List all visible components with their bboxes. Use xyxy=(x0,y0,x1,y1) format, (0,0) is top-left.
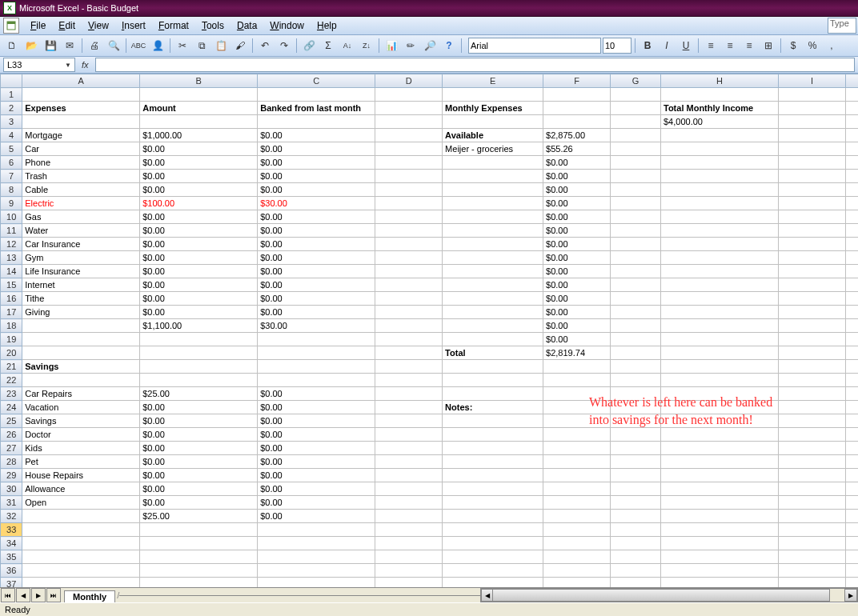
row-header-22[interactable]: 22 xyxy=(1,374,22,387)
cell-B30[interactable]: $0.00 xyxy=(140,482,258,496)
row-header-11[interactable]: 11 xyxy=(1,224,22,238)
cell-F15[interactable]: $0.00 xyxy=(543,278,611,292)
cell-G24[interactable] xyxy=(611,401,661,414)
cell-D25[interactable] xyxy=(375,414,443,428)
cell-J22[interactable] xyxy=(845,374,858,387)
cell-H17[interactable] xyxy=(661,306,779,319)
row-header-27[interactable]: 27 xyxy=(1,442,22,455)
row-header-14[interactable]: 14 xyxy=(1,265,22,278)
cell-J1[interactable] xyxy=(845,88,858,102)
cell-J4[interactable] xyxy=(845,129,858,142)
cell-C3[interactable] xyxy=(258,115,375,129)
cell-J36[interactable] xyxy=(845,564,858,578)
cell-A27[interactable]: Kids xyxy=(22,442,140,455)
cell-C6[interactable]: $0.00 xyxy=(258,156,375,170)
cell-B29[interactable]: $0.00 xyxy=(140,469,258,482)
cell-B20[interactable] xyxy=(140,346,258,360)
cell-B9[interactable]: $100.00 xyxy=(140,197,258,210)
col-header-B[interactable]: B xyxy=(140,74,258,88)
cell-C26[interactable]: $0.00 xyxy=(258,428,375,442)
cell-J12[interactable] xyxy=(845,238,858,251)
cell-J20[interactable] xyxy=(845,346,858,360)
cell-H21[interactable] xyxy=(661,360,779,374)
col-header-F[interactable]: F xyxy=(543,74,611,88)
cell-B28[interactable]: $0.00 xyxy=(140,455,258,469)
col-header-J[interactable]: J xyxy=(845,74,858,88)
cell-F30[interactable] xyxy=(543,482,611,496)
cell-E37[interactable] xyxy=(443,578,543,588)
cell-G9[interactable] xyxy=(611,197,661,210)
cell-I14[interactable] xyxy=(778,265,845,278)
file-icon[interactable] xyxy=(3,18,19,34)
name-box[interactable]: L33 ▼ xyxy=(3,58,75,72)
cell-H32[interactable] xyxy=(661,510,779,523)
cell-G32[interactable] xyxy=(611,510,661,523)
cell-E24[interactable]: Notes: xyxy=(443,401,543,414)
cell-A37[interactable] xyxy=(22,578,140,588)
cell-C31[interactable]: $0.00 xyxy=(258,496,375,510)
cell-F16[interactable]: $0.00 xyxy=(543,292,611,306)
currency-button[interactable]: $ xyxy=(784,37,802,54)
row-header-19[interactable]: 19 xyxy=(1,333,22,346)
cell-B12[interactable]: $0.00 xyxy=(140,238,258,251)
row-header-8[interactable]: 8 xyxy=(1,183,22,197)
chart-button[interactable]: 📊 xyxy=(383,37,400,54)
menu-edit[interactable]: Edit xyxy=(52,18,82,33)
cell-J23[interactable] xyxy=(845,387,858,401)
cell-H19[interactable] xyxy=(661,333,779,346)
cell-C14[interactable]: $0.00 xyxy=(258,265,375,278)
cell-E8[interactable] xyxy=(443,183,543,197)
cell-I30[interactable] xyxy=(778,482,845,496)
cell-A22[interactable] xyxy=(22,374,140,387)
cell-D21[interactable] xyxy=(375,360,443,374)
cell-F27[interactable] xyxy=(543,442,611,455)
cell-F3[interactable] xyxy=(543,115,611,129)
percent-button[interactable]: % xyxy=(804,37,821,54)
bold-button[interactable]: B xyxy=(639,37,656,54)
cell-I20[interactable] xyxy=(778,346,845,360)
cell-H3[interactable]: $4,000.00 xyxy=(661,115,779,129)
cell-H16[interactable] xyxy=(661,292,779,306)
cell-G3[interactable] xyxy=(611,115,661,129)
cell-J32[interactable] xyxy=(845,510,858,523)
cell-E11[interactable] xyxy=(443,224,543,238)
cell-F10[interactable]: $0.00 xyxy=(543,210,611,224)
cell-A20[interactable] xyxy=(22,346,140,360)
row-header-36[interactable]: 36 xyxy=(1,564,22,578)
cell-D2[interactable] xyxy=(375,102,443,115)
cell-A13[interactable]: Gym xyxy=(22,251,140,265)
select-all-corner[interactable] xyxy=(1,74,22,88)
cell-D28[interactable] xyxy=(375,455,443,469)
cell-B16[interactable]: $0.00 xyxy=(140,292,258,306)
cell-B31[interactable]: $0.00 xyxy=(140,496,258,510)
cell-I19[interactable] xyxy=(778,333,845,346)
col-header-I[interactable]: I xyxy=(778,74,845,88)
cell-J14[interactable] xyxy=(845,265,858,278)
row-header-37[interactable]: 37 xyxy=(1,578,22,588)
cell-D31[interactable] xyxy=(375,496,443,510)
cell-J37[interactable] xyxy=(845,578,858,588)
cell-I23[interactable] xyxy=(778,387,845,401)
hyperlink-button[interactable]: 🔗 xyxy=(300,37,318,54)
cell-H31[interactable] xyxy=(661,496,779,510)
cell-E17[interactable] xyxy=(443,306,543,319)
cell-E18[interactable] xyxy=(443,319,543,333)
cell-B23[interactable]: $25.00 xyxy=(140,387,258,401)
cell-G25[interactable] xyxy=(611,414,661,428)
cell-D26[interactable] xyxy=(375,428,443,442)
cell-E26[interactable] xyxy=(443,428,543,442)
cell-A14[interactable]: Life Insurance xyxy=(22,265,140,278)
cell-C15[interactable]: $0.00 xyxy=(258,278,375,292)
align-right-button[interactable]: ≡ xyxy=(740,37,758,54)
cell-I27[interactable] xyxy=(778,442,845,455)
cell-A19[interactable] xyxy=(22,333,140,346)
cell-E23[interactable] xyxy=(443,387,543,401)
cell-B8[interactable]: $0.00 xyxy=(140,183,258,197)
cell-F9[interactable]: $0.00 xyxy=(543,197,611,210)
cell-G30[interactable] xyxy=(611,482,661,496)
cell-E33[interactable] xyxy=(443,523,543,537)
cell-G1[interactable] xyxy=(611,88,661,102)
cell-D30[interactable] xyxy=(375,482,443,496)
cell-E35[interactable] xyxy=(443,550,543,564)
cell-B2[interactable]: Amount xyxy=(140,102,258,115)
